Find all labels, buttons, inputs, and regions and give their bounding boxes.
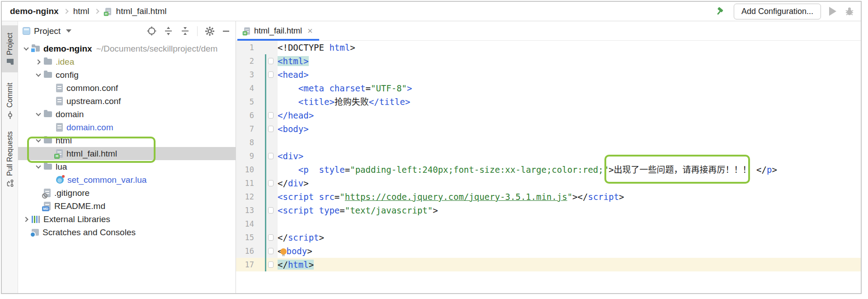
code-line-16[interactable]: 16<body> — [236, 244, 861, 258]
gutter: 10 — [236, 163, 278, 176]
vcs-change-marker — [265, 54, 266, 68]
code-editor[interactable]: 1<!DOCTYPE html>2<html>3<head>4 <meta ch… — [236, 41, 861, 293]
html-file-icon — [105, 8, 111, 15]
tree-row--idea[interactable]: .idea — [18, 55, 236, 68]
fold-marker-end[interactable] — [268, 261, 274, 268]
code-token: " — [567, 192, 572, 202]
project-panel-title[interactable]: Project — [34, 26, 61, 36]
code-line-15[interactable]: 15</script> — [236, 231, 861, 244]
expand-all-icon[interactable] — [164, 26, 173, 36]
tree-row-set-common-var-lua[interactable]: set_common_var.lua — [18, 173, 236, 186]
project-folder-icon — [32, 46, 40, 52]
fold-marker-open[interactable] — [268, 58, 274, 64]
project-tree: demo-nginx~/Documents/seckillproject/dem… — [18, 41, 236, 293]
gutter: 8 — [236, 136, 278, 149]
tree-row-readme-md[interactable]: README.md — [18, 199, 236, 213]
code-token: > — [309, 260, 314, 270]
stripe-tab-commit[interactable]: Commit — [2, 79, 18, 123]
external-libraries-icon — [32, 216, 40, 223]
code-line-12[interactable]: 12<script src="https://code.jquery.com/j… — [236, 190, 861, 204]
line-number: 2 — [236, 54, 254, 68]
chevron-down-icon[interactable] — [66, 29, 71, 33]
fold-marker-open[interactable] — [268, 71, 274, 78]
editor-tab-html-fail[interactable]: html_fail.html × — [237, 21, 319, 40]
fold-marker-end[interactable] — [268, 112, 274, 119]
tree-row-domain[interactable]: domain — [18, 108, 236, 121]
fold-marker-end[interactable] — [268, 180, 274, 186]
tree-item-label: common.conf — [66, 83, 118, 93]
folder-icon — [44, 72, 52, 78]
tree-expand-chevron-icon[interactable] — [34, 60, 43, 64]
tree-row-config[interactable]: config — [18, 68, 236, 81]
code-line-6[interactable]: 6</head> — [236, 109, 861, 122]
locate-icon[interactable] — [147, 26, 156, 36]
collapse-all-icon[interactable] — [180, 26, 190, 36]
tree-row-common-conf[interactable]: common.conf — [18, 81, 236, 95]
tree-row-html-fail-html[interactable]: html_fail.html — [18, 147, 236, 160]
tree-row-html[interactable]: html — [18, 134, 236, 147]
stripe-tab-project[interactable]: Project — [2, 25, 18, 72]
lua-file-icon — [56, 176, 64, 184]
navigation-bar: demo-nginx html html_fail.html Add Confi… — [2, 2, 861, 21]
tree-item-label: html — [56, 136, 72, 146]
fold-marker-open[interactable] — [268, 126, 274, 132]
breadcrumb-folder[interactable]: html — [73, 6, 90, 16]
gutter: 15 — [236, 231, 278, 244]
conf-file-icon — [56, 97, 63, 105]
tree-row-external-libraries[interactable]: External Libraries — [18, 213, 236, 226]
tree-collapse-chevron-icon[interactable] — [34, 113, 43, 115]
code-line-1[interactable]: 1<!DOCTYPE html> — [236, 41, 861, 54]
code-line-14[interactable]: 14 — [236, 217, 861, 231]
tree-row-scratches-and-consoles[interactable]: Scratches and Consoles — [18, 226, 236, 239]
folder-icon — [44, 111, 52, 117]
run-icon[interactable] — [829, 7, 836, 16]
code-line-9[interactable]: 9<div> — [236, 149, 861, 163]
code-line-4[interactable]: 4 <meta charset="UTF-8"> — [236, 81, 861, 95]
tree-row-domain-com[interactable]: domain.com — [18, 121, 236, 134]
fold-marker-open[interactable] — [268, 207, 274, 214]
build-hammer-icon[interactable] — [715, 6, 726, 17]
code-token: <script — [278, 205, 319, 215]
hide-panel-icon[interactable] — [222, 27, 230, 35]
tree-row-demo-nginx[interactable]: demo-nginx~/Documents/seckillproject/dem — [18, 42, 236, 55]
breadcrumb-file[interactable]: html_fail.html — [116, 6, 167, 16]
gutter: 11 — [236, 176, 278, 190]
fold-marker-end[interactable] — [268, 248, 274, 254]
stripe-tab-pull-requests[interactable]: Pull Requests — [2, 128, 18, 190]
tree-row--gitignore[interactable]: .gitignore — [18, 186, 236, 199]
tree-collapse-chevron-icon[interactable] — [34, 139, 43, 142]
fold-marker-open[interactable] — [268, 153, 274, 159]
chevron-right-icon — [94, 9, 99, 14]
fold-marker-end[interactable] — [268, 234, 274, 241]
code-token — [278, 97, 298, 107]
tree-item-label: README.md — [54, 201, 105, 211]
code-token: = — [335, 192, 340, 202]
code-text: <script type="text/javascript"> — [278, 204, 861, 217]
tree-collapse-chevron-icon[interactable] — [34, 74, 43, 76]
debug-bug-icon[interactable] — [844, 6, 854, 16]
code-line-2[interactable]: 2<html> — [236, 54, 861, 68]
conf-file-icon — [56, 123, 63, 132]
tree-collapse-chevron-icon[interactable] — [22, 47, 31, 50]
code-line-8[interactable]: 8 — [236, 136, 861, 149]
add-configuration-button[interactable]: Add Configuration... — [734, 4, 821, 19]
code-line-13[interactable]: 13<script type="text/javascript"> — [236, 204, 861, 217]
breadcrumb-project[interactable]: demo-nginx — [10, 6, 59, 16]
jquery-cdn-link[interactable]: https://code.jquery.com/jquery-3.5.1.min… — [345, 192, 567, 202]
tree-expand-chevron-icon[interactable] — [22, 218, 31, 221]
code-line-10[interactable]: 10 <p style="padding-left:240px;font-siz… — [236, 163, 861, 176]
tree-row-upstream-conf[interactable]: upstream.conf — [18, 95, 236, 108]
code-line-7[interactable]: 7<body> — [236, 122, 861, 136]
code-line-3[interactable]: 3<head> — [236, 68, 861, 81]
settings-gear-icon[interactable] — [205, 26, 215, 36]
gutter: 4 — [236, 81, 278, 95]
close-tab-icon[interactable]: × — [307, 26, 313, 35]
tree-row-lua[interactable]: lua — [18, 160, 236, 173]
code-line-17[interactable]: 17</html> — [236, 258, 861, 271]
code-text: <body> — [278, 122, 861, 136]
code-line-11[interactable]: 11</div> — [236, 176, 861, 190]
code-line-5[interactable]: 5 <title>抢购失败</title> — [236, 95, 861, 109]
tree-collapse-chevron-icon[interactable] — [34, 166, 43, 168]
code-text: </head> — [278, 109, 861, 122]
folder-icon — [44, 138, 52, 143]
